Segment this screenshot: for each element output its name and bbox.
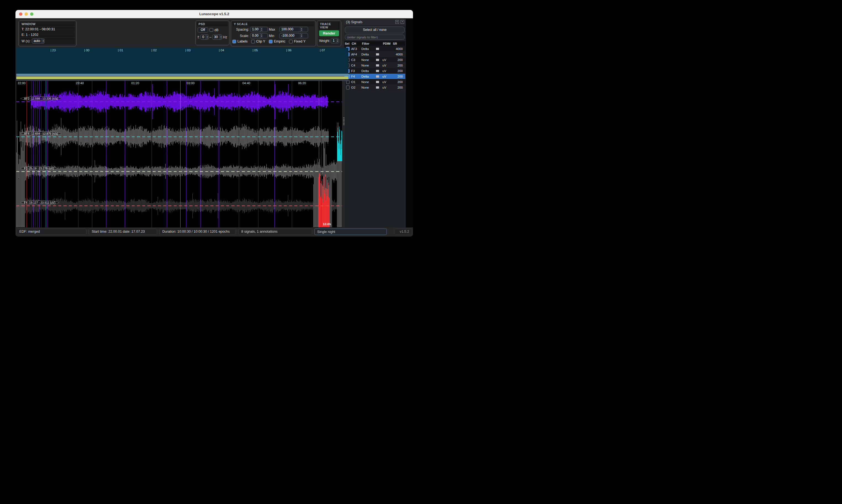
psd-fmax-spinner[interactable]: 30 ▲▼ — [212, 35, 222, 40]
psd-panel-header: PSD — [197, 22, 228, 26]
timeline-overview[interactable]: | 23| 00| 01| 02| 03| 04| 05| 06| 07 — [16, 48, 348, 74]
hour-tick-label: | 06 — [286, 49, 291, 52]
trace-chart[interactable]: 22:0023:4001:2003:0004:4006:20AF3 -12.59… — [16, 81, 342, 228]
signal-channel: F4 — [351, 75, 361, 78]
y-scale-panel-header: Y SCALE — [232, 22, 314, 26]
max-spinner[interactable]: 100.000 ▲▼ — [280, 27, 308, 32]
trace-view-panel-header: TRACE VIEW — [319, 22, 340, 30]
signal-pdim: uV — [382, 69, 392, 73]
spinner-arrows-icon[interactable]: ▲▼ — [336, 38, 339, 43]
signal-filter: None — [361, 58, 376, 61]
yscale-check-labels[interactable]: Labels — [232, 39, 248, 43]
spinner-arrows-icon[interactable]: ▲▼ — [206, 35, 209, 39]
signal-sample-rate: 200 — [392, 75, 405, 78]
render-button[interactable]: Render — [319, 30, 339, 36]
signal-channel: O2 — [351, 86, 361, 89]
hypnogram-band — [16, 74, 348, 76]
signal-pdim: uV — [382, 86, 392, 89]
filter-swatch-icon — [376, 53, 379, 55]
scale-spinner[interactable]: 0.00 ▲▼ — [250, 33, 268, 38]
spinner-arrows-icon[interactable]: ▲▼ — [260, 27, 263, 32]
signal-pdim: uV — [382, 64, 392, 67]
checkbox[interactable] — [232, 40, 236, 43]
signal-channel: F3 — [351, 69, 361, 73]
spacing-spinner[interactable]: 1.00 ▲▼ — [250, 27, 268, 32]
signal-row-af4[interactable]: AF4Delta4000 — [344, 52, 405, 57]
min-spinner[interactable]: -100.000 ▲▼ — [280, 33, 308, 38]
hour-tick-label: | 02 — [151, 49, 157, 52]
signal-filter: Delta — [361, 75, 376, 78]
psd-hz-label: Hz — [223, 35, 227, 39]
waveform-canvas[interactable] — [16, 81, 342, 228]
select-all-none-button[interactable]: Select all / none — [345, 26, 405, 33]
signal-row-f4[interactable]: F4DeltauV200 — [344, 74, 405, 79]
window-panel-header: WINDOW — [20, 22, 75, 26]
filter-swatch-icon — [376, 75, 379, 77]
filter-swatch-icon — [376, 86, 379, 89]
signal-channel: AF3 — [351, 47, 361, 51]
window-size-spinner[interactable]: auto ▲▼ — [32, 38, 45, 43]
hour-tick-label: | 01 — [118, 49, 123, 52]
spinner-arrows-icon[interactable]: ▲▼ — [219, 35, 222, 39]
signal-row-o1[interactable]: O1NoneuV200 — [344, 79, 405, 85]
signal-sample-rate: 200 — [392, 80, 405, 84]
signals-panel: (3) Signals ✕ Select all / none SelCHFil… — [344, 19, 406, 228]
chart-scrollbar[interactable] — [343, 81, 345, 228]
window-title: Lunascope v1.5.2 — [16, 10, 413, 18]
signal-sample-rate: 4000 — [392, 47, 405, 51]
signal-pdim: uV — [382, 80, 392, 84]
signal-row-c3[interactable]: C3NoneuV200 — [344, 57, 405, 62]
y-scale-checkboxes: LabelsClip YEmpiricFixed Y — [232, 39, 314, 43]
signal-row-o2[interactable]: O2NoneuV200 — [344, 85, 405, 90]
signal-sample-rate: 200 — [392, 64, 405, 67]
mode-input[interactable] — [315, 229, 387, 235]
filter-swatch-icon — [376, 59, 379, 61]
signal-pdim: uV — [382, 58, 392, 61]
spinner-arrows-icon[interactable]: ▲▼ — [42, 39, 44, 43]
signal-filter-input[interactable] — [345, 35, 405, 40]
trace-view-panel: TRACE VIEW Render Weight 1 ▲▼ — [317, 20, 341, 47]
window-titlebar[interactable]: Lunascope v1.5.2 — [16, 10, 413, 18]
window-size-label: W (s): — [21, 39, 30, 43]
signal-filter: None — [361, 64, 376, 67]
psd-fmin-spinner[interactable]: 0 ▲▼ — [200, 35, 209, 40]
signal-row-af3[interactable]: AF3Delta4000 — [344, 46, 405, 51]
signal-row-c4[interactable]: C4NoneuV200 — [344, 62, 405, 68]
restore-window-icon[interactable] — [395, 20, 399, 24]
chart-time-label: 03:00 — [186, 82, 195, 85]
psd-db-checkbox[interactable] — [210, 28, 213, 32]
hour-tick-label: | 23 — [51, 49, 56, 52]
signal-sample-rate: 200 — [392, 69, 405, 73]
signal-sample-rate: 200 — [392, 86, 405, 89]
yscale-check-fixed-y[interactable]: Fixed Y — [289, 39, 306, 43]
psd-freq-label: f: — [198, 35, 200, 39]
checkbox[interactable] — [269, 40, 272, 43]
signal-filter: Delta — [361, 69, 376, 73]
spinner-arrows-icon[interactable]: ▲▼ — [300, 33, 303, 38]
signal-filter: Delta — [361, 53, 376, 56]
signal-filter: Delta — [361, 47, 376, 51]
scale-label: Scale: — [232, 34, 249, 38]
psd-off-button[interactable]: Off — [198, 27, 208, 33]
hour-tick-label: | 04 — [219, 49, 224, 52]
filter-swatch-icon — [376, 64, 379, 67]
weight-spinner[interactable]: 1 ▲▼ — [331, 38, 339, 43]
status-signal-count: 8 signals, 1 annotations — [238, 229, 312, 235]
signal-row-f3[interactable]: F3DeltauV200 — [344, 68, 405, 73]
signal-channel: O1 — [351, 80, 361, 84]
window-epoch-range: E: 1 - 1202 — [20, 32, 75, 37]
yscale-check-clip-y[interactable]: Clip Y — [251, 39, 265, 43]
column-header: Sel — [344, 42, 351, 45]
spinner-arrows-icon[interactable]: ▲▼ — [300, 27, 303, 32]
spinner-arrows-icon[interactable]: ▲▼ — [260, 33, 263, 38]
signals-table-header: SelCHFilterPDIMSR — [344, 41, 405, 46]
checkbox[interactable] — [251, 40, 255, 43]
yscale-check-empiric[interactable]: Empiric — [269, 39, 285, 43]
scrollbar-grip[interactable] — [343, 118, 344, 125]
checkbox-label: Clip Y — [256, 39, 265, 43]
chart-time-label: 04:40 — [243, 82, 250, 85]
chart-time-label: 22:00 — [18, 82, 26, 85]
checkbox[interactable] — [289, 40, 293, 43]
close-panel-icon[interactable]: ✕ — [400, 20, 404, 24]
signal-select-checkbox[interactable] — [346, 86, 350, 89]
